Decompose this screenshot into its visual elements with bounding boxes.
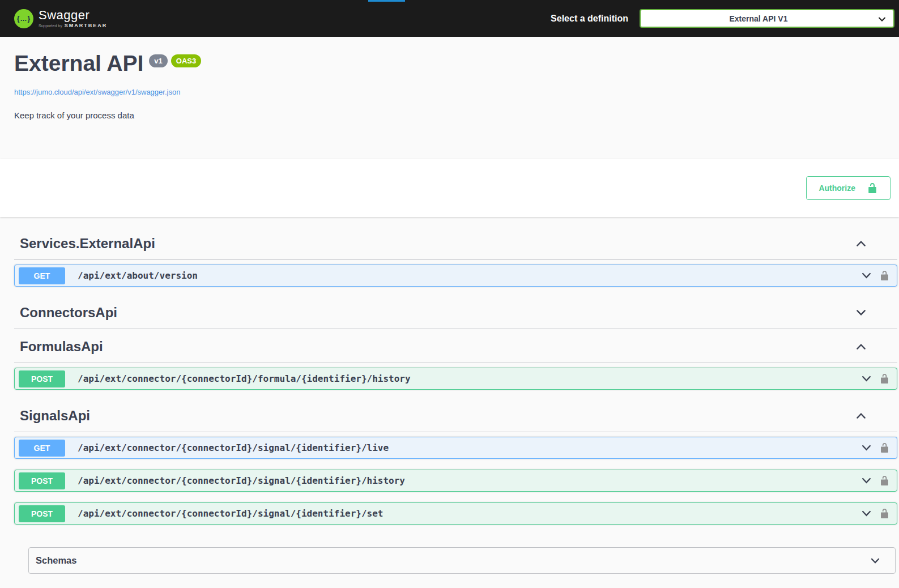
top-progress-strip: [368, 0, 405, 2]
tag-section: Services.ExternalApi GET /api/ext/about/…: [14, 228, 897, 287]
chevron-down-icon[interactable]: [860, 474, 873, 487]
operation-row[interactable]: POST /api/ext/connector/{connectorId}/fo…: [14, 368, 897, 390]
unlocked-padlock-icon[interactable]: [879, 508, 890, 519]
spec-url-link[interactable]: https://jumo.cloud/api/ext/swagger/v1/sw…: [14, 88, 180, 96]
operation-path: /api/ext/connector/{connectorId}/formula…: [78, 373, 860, 384]
http-method-badge: GET: [19, 267, 65, 284]
tag-section: SignalsApi GET /api/ext/connector/{conne…: [14, 400, 897, 525]
section-title: Services.ExternalApi: [20, 235, 155, 252]
tag-section: ConnectorsApi: [14, 297, 897, 329]
chevron-up-icon[interactable]: [854, 409, 868, 423]
authorize-button-label: Authorize: [819, 184, 855, 193]
section-header-formulasapi[interactable]: FormulasApi: [14, 331, 897, 363]
schemas-title: Schemas: [36, 555, 76, 566]
unlocked-padlock-icon[interactable]: [879, 270, 890, 281]
unlocked-padlock-icon[interactable]: [879, 373, 890, 384]
page-title: External API: [14, 52, 143, 76]
chevron-down-icon[interactable]: [860, 441, 873, 454]
version-badge: v1: [149, 54, 167, 67]
http-method-badge: POST: [19, 472, 65, 489]
topbar: {…} Swagger Supported by SMARTBEAR Selec…: [0, 0, 899, 37]
http-method-badge: POST: [19, 505, 65, 522]
chevron-up-icon[interactable]: [854, 340, 868, 353]
smartbear-brand: SMARTBEAR: [65, 23, 108, 28]
chevron-down-icon[interactable]: [860, 269, 873, 282]
chevron-up-icon[interactable]: [854, 237, 868, 250]
http-method-badge: POST: [19, 370, 65, 387]
definition-select[interactable]: External API V1: [640, 9, 894, 28]
chevron-down-icon[interactable]: [860, 372, 873, 385]
operations-area: Services.ExternalApi GET /api/ext/about/…: [0, 217, 899, 574]
section-title: SignalsApi: [20, 407, 90, 424]
section-header-signalsapi[interactable]: SignalsApi: [14, 400, 897, 432]
section-title: FormulasApi: [20, 338, 103, 355]
unlocked-padlock-icon: [867, 182, 878, 194]
scheme-container: Authorize: [0, 159, 899, 217]
operation-path: /api/ext/connector/{connectorId}/signal/…: [78, 442, 860, 453]
unlocked-padlock-icon[interactable]: [879, 475, 890, 486]
chevron-down-icon[interactable]: [869, 555, 881, 567]
chevron-down-icon[interactable]: [860, 507, 873, 520]
select-definition-label: Select a definition: [551, 14, 628, 24]
operation-row[interactable]: POST /api/ext/connector/{connectorId}/si…: [14, 470, 897, 492]
schemas-section-header[interactable]: Schemas: [28, 547, 896, 574]
operation-row[interactable]: POST /api/ext/connector/{connectorId}/si…: [14, 502, 897, 525]
supported-by-label: Supported by: [39, 24, 62, 28]
section-header-services-externalapi[interactable]: Services.ExternalApi: [14, 228, 897, 260]
api-description: Keep track of your process data: [14, 110, 885, 120]
logo-braces-glyph: {…}: [17, 15, 31, 23]
operation-path: /api/ext/about/version: [78, 270, 860, 281]
operation-row[interactable]: GET /api/ext/about/version: [14, 265, 897, 287]
chevron-down-icon: [876, 14, 888, 27]
operation-path: /api/ext/connector/{connectorId}/signal/…: [78, 508, 860, 519]
section-header-connectorsapi[interactable]: ConnectorsApi: [14, 297, 897, 329]
chevron-down-icon[interactable]: [854, 306, 868, 319]
operation-path: /api/ext/connector/{connectorId}/signal/…: [78, 475, 860, 486]
operation-row[interactable]: GET /api/ext/connector/{connectorId}/sig…: [14, 437, 897, 459]
tag-section: FormulasApi POST /api/ext/connector/{con…: [14, 331, 897, 390]
swagger-logo-icon: {…}: [14, 9, 33, 28]
section-title: ConnectorsApi: [20, 304, 117, 321]
definition-selected-value: External API V1: [730, 14, 805, 23]
http-method-badge: GET: [19, 440, 65, 457]
authorize-button[interactable]: Authorize: [806, 176, 891, 200]
api-info-section: External API v1 OAS3 https://jumo.cloud/…: [0, 37, 899, 159]
brand-name: Swagger: [39, 9, 107, 22]
swagger-logo[interactable]: {…} Swagger Supported by SMARTBEAR: [14, 9, 107, 28]
oas3-badge: OAS3: [171, 54, 201, 67]
unlocked-padlock-icon[interactable]: [879, 442, 890, 453]
